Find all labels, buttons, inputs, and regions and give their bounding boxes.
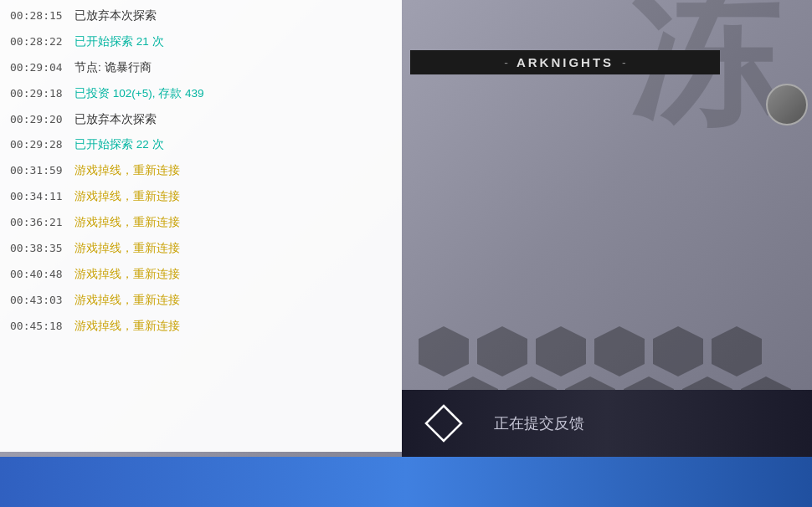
- log-message: 节点: 诡暴行商: [75, 60, 392, 76]
- log-panel: 00:28:15已放弃本次探索00:28:22已开始探索 21 次00:29:0…: [0, 0, 402, 452]
- log-entry: 00:28:15已放弃本次探索: [0, 3, 402, 29]
- dash-left: -: [504, 56, 508, 69]
- log-message: 游戏掉线，重新连接: [75, 163, 392, 179]
- log-entry: 00:29:04节点: 诡暴行商: [0, 55, 402, 81]
- log-message: 游戏掉线，重新连接: [75, 241, 392, 257]
- hex-cell: [536, 326, 586, 376]
- hex-cell: [594, 326, 645, 376]
- log-message: 游戏掉线，重新连接: [75, 267, 392, 283]
- log-message: 已开始探索 21 次: [75, 34, 392, 50]
- log-time: 00:34:11: [10, 189, 64, 204]
- log-entry: 00:40:48游戏掉线，重新连接: [0, 262, 402, 288]
- log-entry: 00:38:35游戏掉线，重新连接: [0, 236, 402, 262]
- log-entry: 00:43:03游戏掉线，重新连接: [0, 288, 402, 314]
- log-time: 00:31:59: [10, 163, 64, 178]
- log-entry: 00:29:20已放弃本次探索: [0, 107, 402, 133]
- log-time: 00:45:18: [10, 319, 64, 334]
- log-time: 00:36:21: [10, 215, 64, 230]
- log-time: 00:29:28: [10, 137, 64, 152]
- log-time: 00:38:35: [10, 241, 64, 256]
- log-message: 已放弃本次探索: [75, 112, 392, 128]
- log-list: 00:28:15已放弃本次探索00:28:22已开始探索 21 次00:29:0…: [0, 0, 402, 343]
- hex-cell: [477, 326, 527, 376]
- log-entry: 00:29:18已投资 102(+5), 存款 439: [0, 81, 402, 107]
- log-time: 00:40:48: [10, 267, 64, 282]
- feedback-text: 正在提交反馈: [494, 413, 584, 433]
- log-message: 已开始探索 22 次: [75, 137, 392, 153]
- arknights-title: ARKNIGHTS: [516, 55, 614, 69]
- log-entry: 00:31:59游戏掉线，重新连接: [0, 158, 402, 184]
- svg-marker-0: [426, 406, 461, 441]
- log-entry: 00:36:21游戏掉线，重新连接: [0, 210, 402, 236]
- hex-cell: [712, 326, 762, 376]
- dash-right: -: [622, 56, 626, 69]
- diamond-icon: [419, 398, 469, 448]
- log-time: 00:43:03: [10, 293, 64, 308]
- log-time: 00:29:20: [10, 112, 64, 127]
- bottom-ui-bar: 正在提交反馈: [402, 390, 812, 457]
- avatar: [766, 84, 808, 125]
- log-time: 00:28:15: [10, 8, 64, 23]
- log-entry: 00:45:18游戏掉线，重新连接: [0, 314, 402, 340]
- log-message: 游戏掉线，重新连接: [75, 189, 392, 205]
- log-message: 已投资 102(+5), 存款 439: [75, 86, 392, 102]
- bottom-blue-bar: [0, 457, 812, 507]
- game-overlay: 冻 - ARKNIGHTS - 正在提交反馈: [402, 0, 812, 507]
- hex-cell: [419, 326, 469, 376]
- log-message: 游戏掉线，重新连接: [75, 293, 392, 309]
- log-message: 已放弃本次探索: [75, 8, 392, 24]
- log-time: 00:29:18: [10, 86, 64, 101]
- log-message: 游戏掉线，重新连接: [75, 215, 392, 231]
- log-time: 00:28:22: [10, 34, 64, 49]
- log-entry: 00:34:11游戏掉线，重新连接: [0, 184, 402, 210]
- arknights-title-bar: - ARKNIGHTS -: [410, 50, 720, 74]
- log-entry: 00:29:28已开始探索 22 次: [0, 132, 402, 158]
- log-entry: 00:28:22已开始探索 21 次: [0, 29, 402, 55]
- log-message: 游戏掉线，重新连接: [75, 319, 392, 335]
- hex-cell: [653, 326, 703, 376]
- log-time: 00:29:04: [10, 60, 64, 75]
